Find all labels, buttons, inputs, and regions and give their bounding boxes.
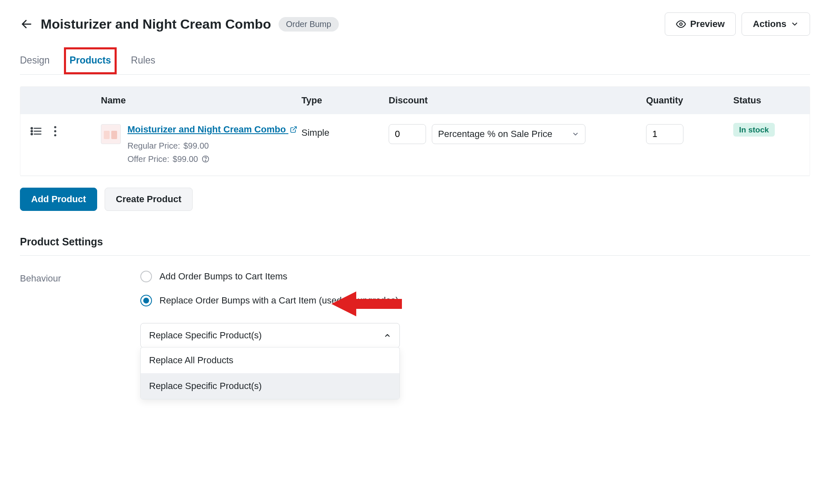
svg-rect-11: [104, 131, 110, 139]
radio-add-to-cart[interactable]: Add Order Bumps to Cart Items: [140, 271, 400, 282]
option-replace-all[interactable]: Replace All Products: [141, 347, 399, 373]
product-thumbnail: [101, 124, 121, 144]
tab-products-label: Products: [70, 55, 111, 66]
external-link-icon: [290, 126, 297, 133]
svg-point-10: [54, 134, 56, 136]
radio-replace-label: Replace Order Bumps with a Cart Item (us…: [159, 295, 399, 306]
col-type: Type: [301, 95, 389, 106]
status-badge: In stock: [733, 123, 775, 137]
discount-value-input[interactable]: [389, 124, 426, 144]
actions-label: Actions: [753, 19, 786, 29]
tab-design[interactable]: Design: [20, 52, 50, 74]
actions-button[interactable]: Actions: [742, 12, 810, 36]
discount-type-select[interactable]: Percentage % on Sale Price: [432, 124, 585, 144]
chevron-down-icon: [572, 130, 579, 138]
products-table: Name Type Discount Quantity Status Moist…: [20, 86, 810, 176]
arrow-left-icon: [20, 18, 33, 30]
table-row: Moisturizer and Night Cream Combo Regula…: [20, 114, 810, 176]
svg-point-4: [31, 130, 33, 132]
page-title: Moisturizer and Night Cream Combo: [41, 17, 271, 32]
col-discount: Discount: [389, 95, 646, 106]
tab-products[interactable]: Products: [70, 52, 111, 74]
radio-replace-cart[interactable]: Replace Order Bumps with a Cart Item (us…: [140, 295, 400, 306]
offer-price: Offer Price: $99.00: [127, 152, 297, 166]
tab-rules[interactable]: Rules: [131, 52, 155, 74]
back-button[interactable]: [20, 17, 33, 31]
page-header: Moisturizer and Night Cream Combo Order …: [20, 12, 810, 36]
option-replace-specific[interactable]: Replace Specific Product(s): [141, 373, 399, 399]
product-settings-heading: Product Settings: [20, 236, 810, 248]
replace-mode-menu: Replace All Products Replace Specific Pr…: [140, 347, 400, 399]
chevron-up-icon: [384, 332, 391, 339]
product-link[interactable]: Moisturizer and Night Cream Combo: [127, 124, 297, 135]
svg-point-9: [54, 130, 56, 132]
help-icon[interactable]: [201, 155, 210, 163]
col-name: Name: [101, 95, 301, 106]
tab-bar: Design Products Rules: [20, 52, 810, 75]
replace-mode-selected: Replace Specific Product(s): [149, 330, 262, 341]
eye-icon: [676, 19, 686, 29]
drag-handle-icon[interactable]: [30, 126, 42, 136]
behaviour-setting: Behaviour Add Order Bumps to Cart Items …: [20, 271, 810, 372]
type-badge: Order Bump: [279, 17, 339, 32]
svg-point-15: [205, 160, 206, 161]
discount-type-label: Percentage % on Sale Price: [438, 129, 552, 139]
svg-rect-12: [111, 131, 117, 139]
create-product-button[interactable]: Create Product: [105, 188, 193, 211]
svg-point-6: [31, 133, 33, 135]
row-menu-icon[interactable]: [54, 126, 57, 137]
quantity-input[interactable]: [646, 124, 683, 144]
chevron-down-icon: [791, 20, 799, 28]
col-status: Status: [733, 95, 800, 106]
regular-price: Regular Price: $99.00: [127, 139, 297, 152]
col-quantity: Quantity: [646, 95, 733, 106]
replace-mode-select[interactable]: Replace Specific Product(s): [140, 323, 400, 348]
radio-checked-icon: [140, 295, 152, 306]
svg-point-2: [31, 127, 33, 129]
preview-label: Preview: [690, 19, 725, 29]
table-header: Name Type Discount Quantity Status: [20, 87, 810, 114]
svg-line-13: [293, 127, 296, 130]
radio-add-label: Add Order Bumps to Cart Items: [159, 271, 287, 282]
radio-unchecked-icon: [140, 271, 152, 282]
svg-point-8: [54, 126, 56, 128]
product-type: Simple: [301, 124, 389, 138]
svg-point-1: [680, 23, 682, 25]
behaviour-label: Behaviour: [20, 271, 140, 372]
product-name: Moisturizer and Night Cream Combo: [127, 124, 286, 135]
add-product-button[interactable]: Add Product: [20, 188, 97, 211]
preview-button[interactable]: Preview: [665, 12, 736, 36]
